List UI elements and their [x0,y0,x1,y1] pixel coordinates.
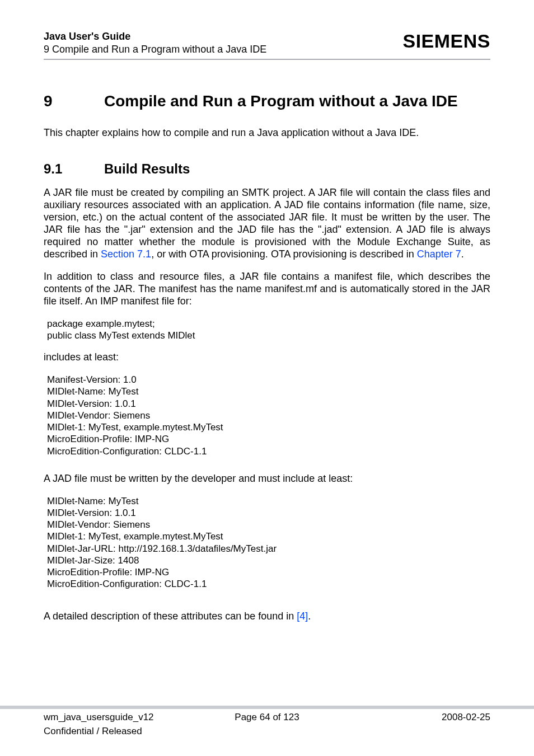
siemens-logo: SIEMENS [402,31,490,50]
header-title: Java User's Guide [44,30,266,43]
chapter-title: Compile and Run a Program without a Java… [104,92,458,110]
link-reference-4[interactable]: [4] [297,611,308,622]
paragraph-3: includes at least: [44,351,490,364]
footer-date: 2008-02-25 [442,711,490,723]
footer-left: wm_java_usersguide_v12 [44,711,154,723]
section-title: Build Results [104,161,190,176]
header-left: Java User's Guide 9 Compile and Run a Pr… [44,30,266,55]
link-section-7-1[interactable]: Section 7.1 [101,248,151,260]
section-number: 9.1 [44,161,104,177]
chapter-intro: This chapter explains how to compile and… [44,127,490,139]
paragraph-5: A detailed description of these attribut… [44,611,490,623]
page-header: Java User's Guide 9 Compile and Run a Pr… [44,30,490,60]
p5-text-a: A detailed description of these attribut… [44,611,297,622]
p1-text-c: . [461,248,464,260]
p5-text-b: . [308,611,311,622]
section-heading: 9.1Build Results [44,161,490,177]
p1-text-b: , or with OTA provisioning. OTA provisio… [151,248,417,260]
paragraph-2: In addition to class and resource files,… [44,271,490,308]
chapter-number: 9 [44,92,104,110]
footer-doc-id: wm_java_usersguide_v12 [44,712,154,722]
code-block-3: MIDlet-Name: MyTest MIDlet-Version: 1.0.… [47,495,490,590]
code-block-2: Manifest-Version: 1.0 MIDlet-Name: MyTes… [47,374,490,457]
paragraph-1: A JAR file must be created by compiling … [44,187,490,261]
paragraph-4: A JAD file must be written by the develo… [44,473,490,485]
code-block-1: package example.mytest; public class MyT… [47,318,490,342]
footer-confidential: Confidential / Released [44,725,142,737]
page-footer: wm_java_usersguide_v12 Page 64 of 123 20… [0,706,534,738]
link-chapter-7[interactable]: Chapter 7 [417,248,461,260]
chapter-heading: 9Compile and Run a Program without a Jav… [44,92,490,110]
header-subtitle: 9 Compile and Run a Program without a Ja… [44,43,266,56]
